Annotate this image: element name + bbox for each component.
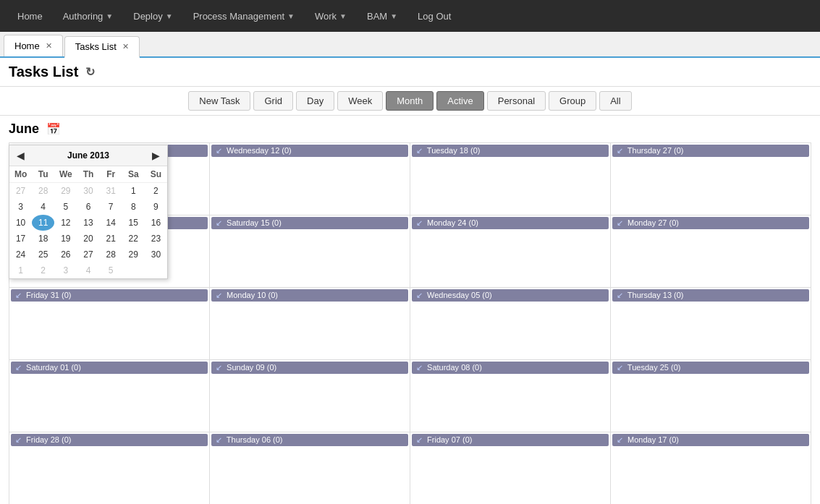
cal-day-27p[interactable]: 27 bbox=[9, 183, 32, 199]
day-button[interactable]: Day bbox=[296, 91, 334, 111]
cal-day-5n[interactable]: 5 bbox=[100, 262, 122, 278]
event-tuesday25[interactable]: ↙ Tuesday 25 (0) bbox=[612, 362, 809, 374]
event-thursday27[interactable]: ↙ Thursday 27 (0) bbox=[612, 145, 809, 157]
cal-day-29p[interactable]: 29 bbox=[54, 183, 77, 199]
cal-day-3[interactable]: 3 bbox=[9, 199, 32, 215]
cal-day-17[interactable]: 17 bbox=[9, 231, 32, 247]
nav-bam[interactable]: BAM ▼ bbox=[357, 0, 407, 32]
event-sunday09[interactable]: ↙ Sunday 09 (0) bbox=[211, 362, 408, 374]
cal-day-21[interactable]: 21 bbox=[100, 231, 122, 247]
event-saturday15[interactable]: ↙ Saturday 15 (0) bbox=[211, 217, 408, 229]
cal-day-7[interactable]: 7 bbox=[100, 199, 122, 215]
mini-cal-next[interactable]: ▶ bbox=[152, 150, 160, 161]
cal-day-20[interactable]: 20 bbox=[77, 231, 99, 247]
event-wednesday12[interactable]: ↙ Wednesday 12 (0) bbox=[211, 145, 408, 157]
all-button[interactable]: All bbox=[599, 91, 631, 111]
event-label: Tuesday 18 (0) bbox=[427, 146, 481, 155]
cal-day-26[interactable]: 26 bbox=[54, 247, 77, 262]
cal-day-10[interactable]: 10 bbox=[9, 215, 32, 231]
cal-cell-r5c3: ↙ Friday 07 (0) bbox=[410, 432, 611, 504]
event-thursday13[interactable]: ↙ Thursday 13 (0) bbox=[612, 289, 809, 302]
event-arrow-icon: ↙ bbox=[416, 291, 423, 299]
cal-day-23[interactable]: 23 bbox=[145, 231, 167, 247]
refresh-icon[interactable]: ↻ bbox=[85, 65, 95, 79]
cal-day-4[interactable]: 4 bbox=[32, 199, 54, 215]
event-monday27b[interactable]: ↙ Monday 27 (0) bbox=[612, 217, 809, 229]
cal-day-16[interactable]: 16 bbox=[145, 215, 167, 231]
nav-deploy[interactable]: Deploy ▼ bbox=[123, 0, 182, 32]
cal-day-2[interactable]: 2 bbox=[145, 183, 167, 199]
tab-home-close[interactable]: ✕ bbox=[46, 41, 52, 51]
tab-tasks-list[interactable]: Tasks List ✕ bbox=[64, 36, 140, 58]
active-button[interactable]: Active bbox=[436, 91, 483, 111]
cal-day-9[interactable]: 9 bbox=[145, 199, 167, 215]
event-thursday06[interactable]: ↙ Thursday 06 (0) bbox=[211, 434, 408, 446]
month-label: June bbox=[9, 121, 39, 137]
event-monday17[interactable]: ↙ Monday 17 (0) bbox=[612, 434, 809, 446]
month-button[interactable]: Month bbox=[386, 91, 434, 111]
week-button[interactable]: Week bbox=[337, 91, 383, 111]
cal-day-6[interactable]: 6 bbox=[77, 199, 99, 215]
event-saturday01[interactable]: ↙ Saturday 01 (0) bbox=[11, 362, 208, 374]
event-friday07[interactable]: ↙ Friday 07 (0) bbox=[412, 434, 609, 446]
event-friday31[interactable]: ↙ Friday 31 (0) bbox=[11, 289, 208, 302]
cal-day-30p[interactable]: 30 bbox=[77, 183, 99, 199]
cal-cell-r5c4: ↙ Monday 17 (0) bbox=[611, 432, 811, 504]
event-label: Wednesday 12 (0) bbox=[227, 146, 292, 155]
cal-day-5[interactable]: 5 bbox=[54, 199, 77, 215]
cal-cell-r3c2: ↙ Monday 10 (0) bbox=[210, 288, 410, 360]
event-arrow-icon: ↙ bbox=[617, 291, 623, 299]
nav-process-management[interactable]: Process Management ▼ bbox=[183, 0, 305, 32]
cal-day-19[interactable]: 19 bbox=[54, 231, 77, 247]
cal-day-empty2 bbox=[145, 262, 167, 278]
cal-day-31p[interactable]: 31 bbox=[100, 183, 122, 199]
cal-day-3n[interactable]: 3 bbox=[54, 262, 77, 278]
page-header: Tasks List ↻ bbox=[0, 58, 820, 87]
event-saturday08[interactable]: ↙ Saturday 08 (0) bbox=[412, 362, 609, 374]
cal-day-1[interactable]: 1 bbox=[122, 183, 145, 199]
cal-day-13[interactable]: 13 bbox=[77, 215, 99, 231]
mini-cal-prev[interactable]: ◀ bbox=[17, 150, 25, 161]
tab-tasks-list-close[interactable]: ✕ bbox=[122, 42, 129, 51]
grid-button[interactable]: Grid bbox=[253, 91, 293, 111]
top-navigation: Home Authoring ▼ Deploy ▼ Process Manage… bbox=[0, 0, 820, 32]
group-button[interactable]: Group bbox=[549, 91, 596, 111]
cal-day-14[interactable]: 14 bbox=[100, 215, 122, 231]
cal-day-18[interactable]: 18 bbox=[32, 231, 54, 247]
dow-su: Su bbox=[145, 166, 167, 183]
authoring-dropdown-arrow: ▼ bbox=[106, 12, 113, 20]
cal-day-4n[interactable]: 4 bbox=[77, 262, 99, 278]
cal-day-25[interactable]: 25 bbox=[32, 247, 54, 262]
cal-day-8[interactable]: 8 bbox=[122, 199, 145, 215]
tab-home[interactable]: Home ✕ bbox=[4, 35, 63, 56]
nav-authoring[interactable]: Authoring ▼ bbox=[53, 0, 124, 32]
dow-fr: Fr bbox=[100, 166, 122, 183]
calendar-icon[interactable]: 📅 bbox=[46, 122, 61, 136]
nav-logout[interactable]: Log Out bbox=[407, 0, 461, 32]
cal-cell-r4c4: ↙ Tuesday 25 (0) bbox=[611, 360, 811, 432]
nav-work[interactable]: Work ▼ bbox=[305, 0, 357, 32]
cal-day-27[interactable]: 27 bbox=[77, 247, 99, 262]
cal-day-11[interactable]: 11 bbox=[32, 215, 54, 231]
nav-home[interactable]: Home bbox=[7, 0, 53, 32]
cal-day-15[interactable]: 15 bbox=[122, 215, 145, 231]
new-task-button[interactable]: New Task bbox=[188, 91, 250, 111]
event-monday24[interactable]: ↙ Monday 24 (0) bbox=[412, 217, 609, 229]
cal-cell-r1c3: ↙ Tuesday 18 (0) bbox=[410, 143, 611, 215]
event-wednesday05[interactable]: ↙ Wednesday 05 (0) bbox=[412, 289, 609, 302]
event-monday10[interactable]: ↙ Monday 10 (0) bbox=[211, 289, 408, 302]
cal-day-30[interactable]: 30 bbox=[145, 247, 167, 262]
cal-day-22[interactable]: 22 bbox=[122, 231, 145, 247]
cal-day-28p[interactable]: 28 bbox=[32, 183, 54, 199]
cal-day-1n[interactable]: 1 bbox=[9, 262, 32, 278]
personal-button[interactable]: Personal bbox=[487, 91, 546, 111]
cal-day-29[interactable]: 29 bbox=[122, 247, 145, 262]
cal-day-2n[interactable]: 2 bbox=[32, 262, 54, 278]
event-label: Monday 27 (0) bbox=[627, 218, 679, 227]
cal-day-24[interactable]: 24 bbox=[9, 247, 32, 262]
page-title: Tasks List bbox=[9, 64, 78, 80]
event-friday28[interactable]: ↙ Friday 28 (0) bbox=[11, 434, 208, 446]
event-tuesday18[interactable]: ↙ Tuesday 18 (0) bbox=[412, 145, 609, 157]
cal-day-12[interactable]: 12 bbox=[54, 215, 77, 231]
cal-day-28[interactable]: 28 bbox=[100, 247, 122, 262]
